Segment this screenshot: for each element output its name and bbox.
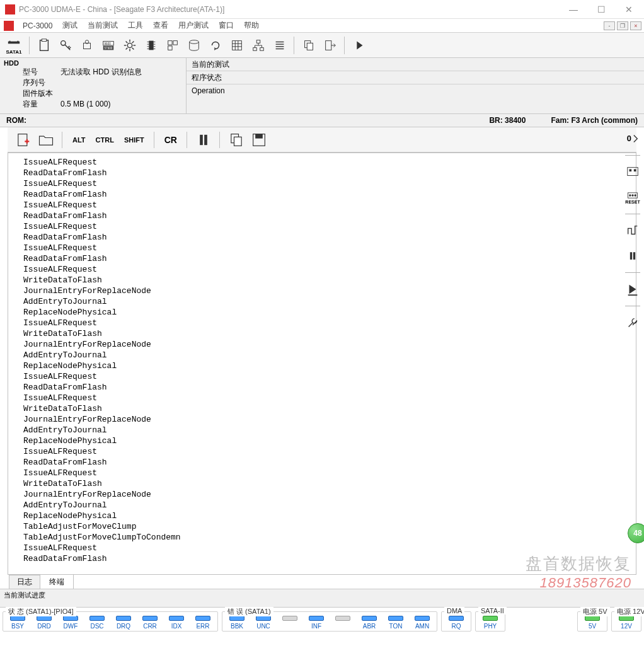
svg-rect-57 (234, 137, 241, 146)
tools-side-icon[interactable] (624, 314, 641, 332)
menu-help[interactable]: 帮助 (239, 19, 264, 32)
terminal-line: IssueALFRequest (23, 318, 636, 328)
svg-rect-63 (634, 169, 636, 171)
reset-icon[interactable]: RESET (624, 188, 641, 206)
led-indicator (10, 616, 25, 621)
sata-port-button[interactable]: SATA1 (3, 35, 25, 55)
led-label: BSY (11, 623, 24, 630)
open-folder-icon[interactable] (37, 131, 55, 149)
baudrate-icon[interactable]: 960057600 (98, 35, 118, 55)
clipboard-icon[interactable] (34, 35, 54, 55)
status-group-power12: 电源 12V 12V (611, 611, 641, 632)
play-icon[interactable] (349, 35, 369, 55)
exit-icon[interactable] (320, 35, 340, 55)
current-test-label: 当前的测试 (192, 60, 229, 69)
svg-rect-34 (233, 40, 242, 50)
terminal-line: TableAdjustForMoveClumpToCondemn (23, 532, 636, 543)
play-down-icon[interactable] (624, 280, 641, 298)
led-drq: DRQ (112, 616, 135, 630)
svg-rect-59 (255, 134, 263, 138)
svg-rect-1 (9, 40, 11, 42)
tab-terminal[interactable]: 终端 (40, 574, 74, 589)
ctrl-key-button[interactable]: CTRL (93, 131, 117, 149)
power-toggle-icon[interactable]: 0 (624, 130, 641, 147)
tab-row: 日志 终端 (0, 575, 644, 589)
led-indicator (483, 616, 498, 621)
led-indicator (63, 616, 78, 621)
copy-terminal-icon[interactable] (227, 131, 246, 149)
terminal-output[interactable]: IssueALFRequestReadDataFromFlashIssueALF… (8, 153, 636, 574)
svg-rect-55 (204, 134, 207, 144)
mdi-minimize-button[interactable]: - (604, 21, 615, 30)
grid-icon[interactable] (227, 35, 247, 55)
terminal-line: WriteDataToFlash (23, 403, 636, 414)
svg-rect-61 (628, 168, 638, 176)
refresh-icon[interactable] (205, 35, 226, 55)
led-amn: AMN (410, 616, 434, 630)
svg-point-65 (629, 194, 631, 196)
svg-rect-31 (173, 40, 177, 44)
terminal-toolbar: ALT CTRL SHIFT CR (8, 127, 636, 153)
menu-window[interactable]: 窗口 (214, 19, 239, 32)
firmware-label: 固件版本 (23, 88, 60, 99)
terminal-line: AddEntryToJournal (23, 296, 636, 307)
menu-app[interactable]: PC-3000 (18, 20, 57, 32)
tree-icon[interactable] (248, 35, 268, 55)
list-icon[interactable] (270, 35, 290, 55)
led-bsy: BSY (6, 616, 30, 630)
led-label: 12V (621, 623, 632, 630)
copy-icon[interactable] (299, 35, 319, 55)
maximize-button[interactable]: ☐ (587, 1, 615, 18)
menu-current-test[interactable]: 当前测试 (83, 19, 123, 32)
dma-group-label: DMA (444, 607, 464, 615)
menu-test[interactable]: 测试 (57, 19, 83, 32)
terminal-line: WriteDataToFlash (23, 478, 636, 489)
mdi-close-button[interactable]: × (630, 21, 641, 30)
svg-point-33 (190, 40, 199, 43)
menu-tools[interactable]: 工具 (123, 19, 148, 32)
svg-text:57600: 57600 (105, 47, 113, 50)
hdd-heading: HDD (4, 59, 182, 67)
model-label: 型号 (23, 67, 60, 78)
error-group-label: 错 误 (SATA1) (225, 607, 273, 616)
sata-port-label: SATA1 (6, 49, 21, 55)
minimize-button[interactable]: — (560, 1, 587, 18)
mdi-restore-button[interactable]: ❐ (617, 21, 628, 30)
svg-rect-32 (168, 45, 172, 49)
cr-button[interactable]: CR (161, 131, 180, 149)
led-label: ABR (363, 623, 376, 630)
chip-icon[interactable] (141, 35, 161, 55)
terminal-line: IssueALFRequest (23, 446, 636, 457)
modules-icon[interactable] (163, 35, 183, 55)
svg-rect-21 (149, 40, 153, 50)
terminal-line: ReplaceNodePhysical (23, 436, 636, 446)
svg-rect-68 (630, 252, 632, 260)
status-bar: 状 态 (SATA1)-[PIO4] BSYDRDDWFDSCDRQCRRIDX… (0, 608, 644, 632)
svg-rect-30 (168, 40, 172, 44)
menu-user-test[interactable]: 用户测试 (173, 19, 214, 32)
alt-key-button[interactable]: ALT (69, 131, 89, 149)
terminal-line: IssueALFRequest (23, 371, 636, 382)
key-icon[interactable] (55, 35, 76, 55)
led-label: DSC (90, 623, 103, 630)
shift-key-button[interactable]: SHIFT (121, 131, 147, 149)
progress-label: 当前测试进度 (4, 591, 640, 600)
right-toolbar: 0 RESET (621, 126, 644, 332)
menu-view[interactable]: 查看 (148, 19, 173, 32)
new-file-icon[interactable] (14, 131, 33, 149)
database-icon[interactable] (184, 35, 204, 55)
power-icon[interactable] (77, 35, 97, 55)
save-terminal-icon[interactable] (250, 131, 268, 149)
pause-icon[interactable] (194, 131, 213, 149)
svg-rect-2 (18, 40, 19, 42)
gear-icon[interactable] (120, 35, 140, 55)
led-indicator (309, 616, 324, 621)
tab-log[interactable]: 日志 (9, 575, 40, 589)
terminal-line: IssueALFRequest (23, 178, 636, 189)
board-icon[interactable] (624, 163, 641, 181)
svg-rect-3 (40, 40, 49, 50)
close-button[interactable]: ✕ (615, 1, 643, 18)
pause-side-icon[interactable] (624, 247, 641, 265)
terminal-line: ReadDataFromFlash (23, 253, 636, 264)
signal-icon[interactable] (624, 222, 641, 240)
